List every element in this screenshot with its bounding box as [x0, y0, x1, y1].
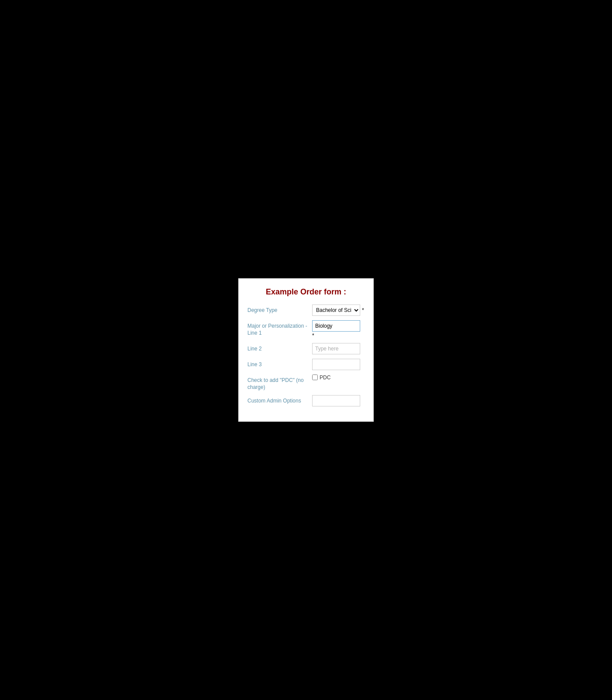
- line2-label: Line 2: [247, 343, 312, 353]
- pdc-checkbox[interactable]: [312, 374, 318, 380]
- major-line1-label: Major or Personalization - Line 1: [247, 320, 312, 336]
- line2-input[interactable]: [312, 343, 360, 354]
- pdc-label: Check to add "PDC" (no charge): [247, 374, 312, 391]
- degree-type-label: Degree Type: [247, 304, 312, 314]
- degree-type-select[interactable]: Bachelor of Science Master of Science Do…: [312, 304, 360, 316]
- line3-row: Line 3: [247, 359, 365, 370]
- custom-admin-row: Custom Admin Options: [247, 395, 365, 406]
- order-form: Example Order form : Degree Type Bachelo…: [238, 278, 374, 422]
- line3-control: [312, 359, 365, 370]
- line2-row: Line 2: [247, 343, 365, 354]
- line3-label: Line 3: [247, 359, 312, 368]
- degree-type-control: Bachelor of Science Master of Science Do…: [312, 304, 365, 316]
- pdc-row: Check to add "PDC" (no charge) PDC: [247, 374, 365, 391]
- line3-input[interactable]: [312, 359, 360, 370]
- custom-admin-control: [312, 395, 365, 406]
- form-title: Example Order form :: [247, 287, 365, 297]
- degree-required-star: *: [362, 304, 364, 313]
- major-line1-row: Major or Personalization - Line 1 *: [247, 320, 365, 339]
- custom-admin-label: Custom Admin Options: [247, 395, 312, 405]
- degree-type-row: Degree Type Bachelor of Science Master o…: [247, 304, 365, 316]
- pdc-checkbox-label[interactable]: PDC: [312, 374, 365, 381]
- pdc-checkbox-text: PDC: [320, 374, 330, 381]
- custom-admin-input[interactable]: [312, 395, 360, 406]
- major-line1-input[interactable]: [312, 320, 360, 332]
- line2-control: [312, 343, 365, 354]
- pdc-control: PDC: [312, 374, 365, 381]
- major-required-star: *: [312, 332, 365, 339]
- major-line1-control: *: [312, 320, 365, 339]
